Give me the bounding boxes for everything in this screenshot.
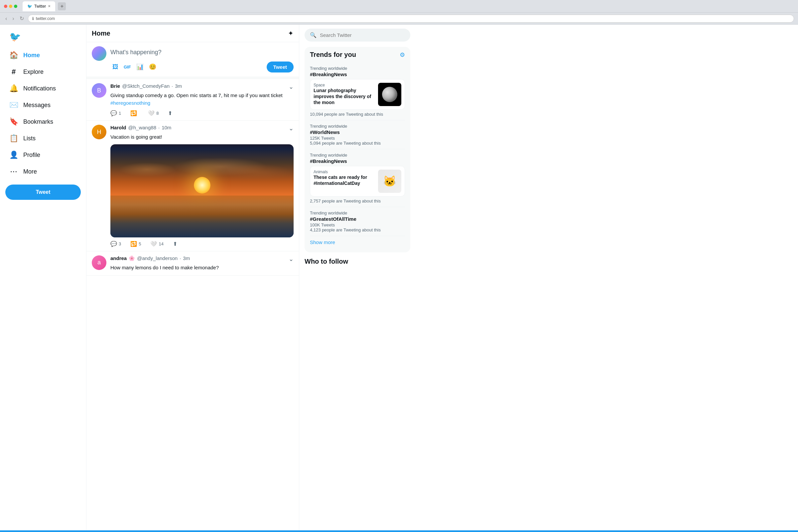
trend-sub-count: 100K Tweets [310,223,405,227]
trend-sub-count: 125K Tweets [310,136,405,141]
tweet-header: andrea 🌸 @andy_landerson · 3m ⌄ [110,255,293,263]
feed-header: Home ✦ [87,25,299,42]
trend-count: 2,757 people are Tweeting about this [310,198,405,204]
tweet-text: Vacation is going great! [110,133,293,141]
tweet-sidebar-button[interactable]: Tweet [5,185,81,200]
tweet-compose-button[interactable]: Tweet [267,61,293,73]
twitter-bird-icon: 🐦 [9,32,21,42]
address-text: twitter.com [36,16,55,21]
sidebar-item-notifications-label: Notifications [23,85,56,92]
sidebar-item-notifications[interactable]: 🔔 Notifications [5,81,81,96]
reply-button[interactable]: 💬 1 [110,110,121,116]
refresh-button[interactable]: ↻ [18,14,25,23]
trend-count: 5,094 people are Tweeting about this [310,141,405,146]
tweet-more-button[interactable]: ⌄ [289,255,293,263]
trend-item[interactable]: Trending worldwide #WorldNews 125K Tweet… [310,120,405,149]
like-count: 8 [156,111,158,116]
sidebar-item-messages-label: Messages [23,102,51,109]
share-icon: ⬆ [168,110,172,116]
trends-header: Trends for you ⚙ [310,51,405,58]
trend-name: #WorldNews [310,129,405,135]
share-button[interactable]: ⬆ [168,110,172,116]
sparkle-icon[interactable]: ✦ [288,29,293,37]
trends-settings-icon[interactable]: ⚙ [400,51,405,58]
messages-icon: ✉️ [9,101,18,109]
tab-close-button[interactable]: ✕ [48,4,51,8]
tweet-separator: · [158,125,159,130]
cat-thumbnail: 🐱 [378,170,401,193]
harold-avatar: H [92,125,107,139]
sidebar-item-lists[interactable]: 📋 Lists [5,131,81,146]
compose-image-button[interactable]: 🖼 [110,61,120,73]
tweet-actions: 💬 1 🔁 🤍 8 ⬆ [110,110,293,116]
back-button[interactable]: ‹ [4,14,8,23]
sidebar-item-profile-label: Profile [23,152,40,158]
sidebar-item-more[interactable]: ⋯ More [5,164,81,179]
notifications-icon: 🔔 [9,84,18,93]
trend-item[interactable]: Trending worldwide #BreakingNews Animals… [310,149,405,207]
reply-button[interactable]: 💬 3 [110,241,121,247]
tweet-more-button[interactable]: ⌄ [289,125,293,132]
trend-item[interactable]: Trending worldwide #GreatestOfAllTime 10… [310,207,405,236]
minimize-dot[interactable] [9,5,12,8]
compose-box: What's happening? 🖼 GIF 📊 😊 Tweet [87,42,299,79]
tweet-actions: 💬 3 🔁 5 🤍 14 ⬆ [110,241,293,247]
trend-category: Trending worldwide [310,153,405,158]
retweet-button[interactable]: 🔁 5 [130,241,141,247]
bookmarks-icon: 🔖 [9,117,18,126]
compose-input[interactable]: What's happening? [110,46,293,58]
compose-avatar [92,46,107,61]
sidebar-item-messages[interactable]: ✉️ Messages [5,97,81,113]
compose-actions: 🖼 GIF 📊 😊 Tweet [110,61,293,73]
close-dot[interactable] [4,5,7,8]
right-sidebar: 🔍 Trends for you ⚙ Trending worldwide #B… [299,25,416,531]
compose-right: What's happening? 🖼 GIF 📊 😊 Tweet [110,46,293,73]
trends-box: Trends for you ⚙ Trending worldwide #Bre… [305,47,410,252]
forward-button[interactable]: › [11,14,15,23]
twitter-logo[interactable]: 🐦 [5,28,81,45]
tab-title: Twitter [34,4,46,8]
main-feed: Home ✦ What's happening? 🖼 GIF 📊 😊 Tweet [87,25,299,531]
trend-name: #GreatestOfAllTime [310,216,405,222]
compose-gif-button[interactable]: GIF [122,61,133,73]
tweet-text: Giving standup comedy a go. Open mic sta… [110,92,293,107]
trend-card-thumbnail [378,83,401,106]
sidebar-item-bookmarks[interactable]: 🔖 Bookmarks [5,114,81,129]
tweet-meta: Brie @Sktch_ComedyFan · 3m [110,83,182,89]
retweet-button[interactable]: 🔁 [130,110,139,116]
new-tab-button[interactable]: + [58,2,66,10]
tweet-more-button[interactable]: ⌄ [289,83,293,91]
compose-poll-button[interactable]: 📊 [134,61,146,73]
search-input[interactable] [320,32,405,38]
tweet-author-name: Harold [110,125,126,130]
sidebar-item-profile[interactable]: 👤 Profile [5,147,81,163]
address-field[interactable]: ℹ twitter.com [28,15,794,23]
brie-avatar: B [92,83,107,98]
share-button[interactable]: ⬆ [173,241,177,247]
sidebar: 🐦 🏠 Home # Explore 🔔 Notifications ✉️ Me… [0,25,87,531]
compose-icon-group: 🖼 GIF 📊 😊 [110,61,158,73]
trend-category: Trending worldwide [310,210,405,215]
show-more-link[interactable]: Show more [310,236,405,248]
bottom-bar [0,530,798,531]
compose-emoji-button[interactable]: 😊 [147,61,158,73]
tweet-meta: andrea 🌸 @andy_landerson · 3m [110,255,190,261]
trend-card[interactable]: Space Lunar photography improves the dis… [310,79,405,110]
search-box[interactable]: 🔍 [305,28,410,41]
like-count: 14 [158,241,163,246]
sunset-photo [110,144,293,238]
like-button[interactable]: 🤍 8 [148,110,158,116]
browser-chrome: 🐦 Twitter ✕ + [0,0,798,13]
maximize-dot[interactable] [14,5,17,8]
trend-item[interactable]: Trending worldwide #BreakingNews Space L… [310,62,405,120]
tweet-separator: · [172,83,173,89]
like-button[interactable]: 🤍 14 [150,241,163,247]
trends-title: Trends for you [310,51,356,58]
tweet-hashtag-link[interactable]: #heregoesnothing [110,100,150,106]
browser-tab[interactable]: 🐦 Twitter ✕ [23,1,55,11]
tweet-body: andrea 🌸 @andy_landerson · 3m ⌄ How many… [110,255,293,272]
tweet-author-emoji: 🌸 [129,255,135,261]
sidebar-item-explore[interactable]: # Explore [5,64,81,79]
trend-card[interactable]: Animals These cats are ready for #Intern… [310,166,405,196]
sidebar-item-home[interactable]: 🏠 Home [5,48,81,63]
